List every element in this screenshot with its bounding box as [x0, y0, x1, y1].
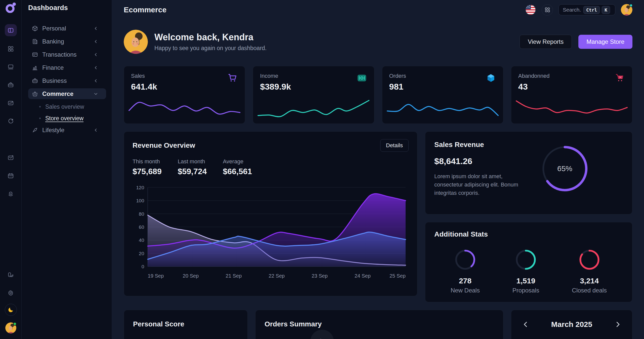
svg-text:23 Sep: 23 Sep [312, 273, 328, 279]
topbar-user-avatar[interactable] [621, 4, 632, 16]
banknote-icon [357, 73, 367, 83]
welcome-avatar [124, 30, 148, 54]
rail-item-chat[interactable] [7, 118, 14, 125]
stat-cards-row: Sales 641.4k Income $389.9k Orders 981 A… [124, 66, 632, 124]
online-status-dot [629, 4, 633, 7]
additional-stats-title: Additional Stats [434, 230, 623, 238]
income-sparkline [257, 96, 369, 120]
cart-icon [227, 73, 238, 83]
icon-rail [0, 0, 22, 339]
search-box[interactable]: Ctrl K [559, 4, 615, 15]
svg-text:100: 100 [136, 198, 144, 203]
chevron-left-icon [93, 127, 99, 133]
orders-sparkline [387, 96, 499, 120]
calendar-next-button[interactable] [614, 321, 622, 328]
stat-value: 981 [389, 82, 496, 92]
cart-x-icon [615, 73, 625, 83]
apps-menu-button[interactable] [542, 4, 553, 16]
svg-text:40: 40 [139, 238, 144, 243]
revenue-overview-card: Revenue Overview Details This month $75,… [124, 131, 417, 296]
stat-new-deals: 278 New Deals [451, 249, 480, 294]
rail-item-media[interactable] [7, 100, 14, 106]
apps-grid-icon [544, 7, 550, 13]
bottom-row: Personal Score Orders Summary 200 March … [124, 310, 632, 339]
sidebar-title: Dashboards [28, 4, 106, 12]
rail-item-calendar[interactable] [7, 172, 14, 179]
svg-text:19 Sep: 19 Sep [148, 273, 164, 279]
stat-label: Orders [389, 73, 496, 79]
stat-proposals: 1,519 Proposals [512, 249, 539, 294]
svg-text:22 Sep: 22 Sep [269, 273, 285, 279]
manage-store-button[interactable]: Manage Store [578, 35, 632, 49]
svg-text:20: 20 [139, 251, 144, 256]
rail-item-components[interactable] [7, 271, 14, 278]
layers-icon [7, 271, 14, 278]
chevron-left-icon [93, 65, 99, 70]
middle-row: Revenue Overview Details This month $75,… [124, 131, 632, 302]
sales-revenue-amount: $8,641.26 [434, 156, 623, 166]
revenue-title: Revenue Overview [133, 141, 195, 149]
welcome-subheading: Happy to see you again on your dashboard… [154, 45, 267, 52]
orders-summary-card: Orders Summary 200 [255, 310, 503, 339]
svg-text:80: 80 [139, 211, 144, 217]
details-button[interactable]: Details [380, 139, 409, 152]
brand-logo-icon[interactable] [5, 2, 17, 14]
sidebar-subitem-sales-overview[interactable]: Sales overview [28, 101, 106, 112]
rail-item-dashboards[interactable] [5, 24, 17, 36]
rail-user-avatar[interactable] [5, 322, 16, 333]
rail-item-mail[interactable] [7, 154, 14, 161]
sales-stat-card[interactable]: Sales 641.4k [124, 66, 245, 124]
sales-revenue-donut: 65% [541, 145, 589, 193]
abandonned-sparkline [516, 96, 628, 120]
chevron-left-icon [93, 78, 99, 84]
search-input[interactable] [563, 7, 581, 13]
bullet-dot [39, 106, 41, 107]
calendar-prev-button[interactable] [522, 321, 529, 328]
rail-item-location[interactable] [7, 191, 14, 197]
sidebar-item-finance[interactable]: Finance [28, 62, 106, 73]
revenue-area-chart: 02040608010012019 Sep20 Sep21 Sep22 Sep2… [133, 182, 409, 281]
svg-text:120: 120 [136, 185, 144, 190]
mail-icon [7, 154, 14, 161]
moon-icon [8, 307, 14, 313]
view-reports-button[interactable]: View Reports [520, 35, 572, 49]
sidebar-subitem-store-overview[interactable]: Store overview [28, 113, 106, 124]
stat-value: 641.4k [131, 82, 238, 92]
income-stat-card[interactable]: Income $389.9k [253, 66, 374, 124]
package-box-icon [486, 73, 496, 83]
rail-item-settings[interactable] [7, 289, 14, 296]
basket-icon [32, 91, 38, 97]
briefcase-icon [32, 78, 38, 84]
sidebar-item-banking[interactable]: Banking [28, 36, 106, 47]
dark-mode-toggle[interactable] [5, 304, 17, 316]
sidebar-item-transactions[interactable]: Transactions [28, 49, 106, 60]
stat-label: Sales [131, 73, 238, 79]
apps-grid-icon [7, 45, 14, 52]
kbd-k: K [602, 6, 610, 14]
orders-stat-card[interactable]: Orders 981 [382, 66, 503, 124]
svg-text:0: 0 [142, 264, 144, 269]
rail-item-panels[interactable] [7, 63, 14, 70]
orders-summary-title: Orders Summary [265, 320, 494, 328]
chevron-down-icon [93, 91, 99, 97]
sales-revenue-description: Lorem ipsum dolor sit amet, consectetur … [434, 172, 520, 197]
sidebar-item-commerce[interactable]: Commerce [28, 88, 106, 99]
personal-score-card: Personal Score [124, 310, 248, 339]
content: Welcome back, Kendra Happy to see you ag… [112, 20, 644, 339]
svg-text:21 Sep: 21 Sep [226, 273, 242, 279]
svg-text:24 Sep: 24 Sep [355, 273, 371, 279]
page-title: Ecommerce [124, 6, 166, 14]
stat-closed-deals: 3,214 Closed deals [572, 249, 607, 294]
svg-text:60: 60 [139, 224, 144, 230]
calendar-card: March 2025 M T W T F S S [511, 310, 632, 339]
sidebar-item-business[interactable]: Business [28, 75, 106, 86]
sidebar-panel-icon [7, 27, 14, 34]
rail-item-apps[interactable] [7, 45, 14, 52]
sidebar-item-lifestyle[interactable]: Lifestyle [28, 125, 106, 135]
stat-value: $389.9k [260, 82, 367, 92]
language-flag-button[interactable] [525, 4, 536, 16]
gear-icon [7, 289, 14, 296]
abandonned-stat-card[interactable]: Abandonned 43 [511, 66, 632, 124]
sidebar-item-personal[interactable]: Personal [28, 23, 106, 34]
rail-item-business[interactable] [7, 82, 14, 88]
